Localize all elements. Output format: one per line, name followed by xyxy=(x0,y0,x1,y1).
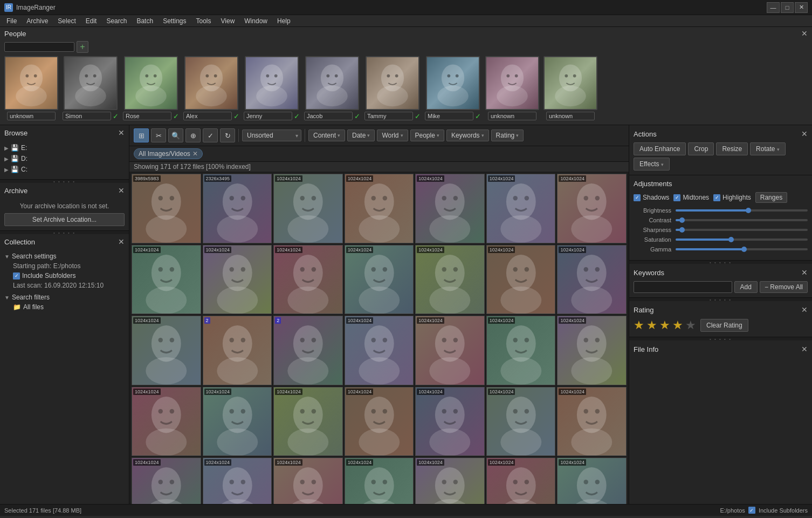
auto-enhance-button[interactable]: Auto Enhance xyxy=(634,142,686,155)
face-label-select-8[interactable]: unknown xyxy=(488,112,536,120)
face-item-6[interactable]: Tammy✓ xyxy=(364,56,421,120)
grid-item-0[interactable]: 3989x5983 xyxy=(132,174,201,243)
star-1[interactable]: ★ xyxy=(634,318,644,332)
search-settings-item[interactable]: ▼ Search settings xyxy=(4,251,125,261)
star-5[interactable]: ★ xyxy=(685,318,696,332)
grid-item-31[interactable]: 1024x1024 xyxy=(345,458,414,504)
contrast-track[interactable] xyxy=(676,219,808,221)
menu-item-file[interactable]: File xyxy=(2,16,21,26)
include-subfolders-item[interactable]: ✓ Include Subfolders xyxy=(13,271,125,281)
search-filters-item[interactable]: ▼ Search filters xyxy=(4,292,125,302)
grid-item-10[interactable]: 1024x1024 xyxy=(345,245,414,315)
face-label-select-2[interactable]: Rose xyxy=(123,112,171,120)
gamma-track[interactable] xyxy=(676,248,808,250)
face-label-select-6[interactable]: Tammy xyxy=(364,112,413,120)
date-filter-button[interactable]: Date ▾ xyxy=(347,130,375,141)
crop-button[interactable]: Crop xyxy=(688,142,714,155)
grid-item-24[interactable]: 1024x1024 xyxy=(345,387,414,456)
effects-button[interactable]: Effects ▾ xyxy=(634,158,670,171)
collection-close-button[interactable]: ✕ xyxy=(118,237,125,246)
grid-item-15[interactable]: 2 xyxy=(203,316,272,385)
grid-item-30[interactable]: 1024x1024 xyxy=(273,458,343,504)
menu-item-search[interactable]: Search xyxy=(102,16,131,26)
grid-item-18[interactable]: 1024x1024 xyxy=(415,316,485,385)
grid-item-27[interactable]: 1024x1024 xyxy=(557,387,627,456)
include-subfolders-checkbox[interactable]: ✓ xyxy=(13,272,20,280)
face-item-7[interactable]: Mike✓ xyxy=(425,56,481,120)
world-filter-button[interactable]: World ▾ xyxy=(377,130,408,141)
grid-item-21[interactable]: 1024x1024 xyxy=(132,387,201,456)
grid-item-23[interactable]: 1024x1024 xyxy=(273,387,343,456)
people-close-button[interactable]: ✕ xyxy=(801,29,808,38)
grid-item-8[interactable]: 1024x1024 xyxy=(203,245,272,315)
highlights-checkbox[interactable]: ✓ xyxy=(713,194,720,201)
star-3[interactable]: ★ xyxy=(659,318,670,332)
menu-item-view[interactable]: View xyxy=(217,16,239,26)
shadows-label[interactable]: ✓ Shadows xyxy=(634,194,669,201)
face-label-select-9[interactable]: unknown xyxy=(546,112,595,120)
menu-item-select[interactable]: Select xyxy=(53,16,80,26)
face-label-select-3[interactable]: Alex xyxy=(183,112,232,120)
grid-item-5[interactable]: 1024x1024 xyxy=(486,174,556,243)
filter-tag-close[interactable]: ✕ xyxy=(192,150,198,158)
drive-item-e[interactable]: ▶ 💾 E: xyxy=(4,142,125,153)
drive-item-c[interactable]: ▶ 💾 C: xyxy=(4,164,125,175)
refresh-button[interactable]: ↻ xyxy=(220,128,235,142)
face-item-1[interactable]: Simon✓ xyxy=(63,56,119,120)
saturation-thumb[interactable] xyxy=(728,237,734,242)
grid-item-19[interactable]: 1024x1024 xyxy=(486,316,556,385)
zoom-in-button[interactable]: ⊕ xyxy=(185,128,201,142)
grid-item-33[interactable]: 1024x1024 xyxy=(486,458,556,504)
grid-item-16[interactable]: 2 xyxy=(273,316,343,385)
selection-button[interactable]: ✂ xyxy=(151,128,166,142)
people-add-button[interactable]: + xyxy=(77,41,88,53)
sharpness-track[interactable] xyxy=(676,229,808,231)
shadows-checkbox[interactable]: ✓ xyxy=(634,194,641,201)
rotate-button[interactable]: Rotate ▾ xyxy=(750,142,786,155)
menu-item-batch[interactable]: Batch xyxy=(132,16,157,26)
brightness-track[interactable] xyxy=(676,209,808,212)
face-item-9[interactable]: unknown xyxy=(543,56,597,120)
brightness-thumb[interactable] xyxy=(746,208,751,213)
face-label-select-5[interactable]: Jacob xyxy=(304,112,353,120)
keywords-input[interactable] xyxy=(634,281,732,293)
close-button[interactable]: ✕ xyxy=(795,2,808,13)
grid-view-button[interactable]: ⊞ xyxy=(134,128,149,142)
zoom-out-button[interactable]: 🔍 xyxy=(168,128,183,142)
menu-item-window[interactable]: Window xyxy=(240,16,272,26)
image-grid-container[interactable]: 3989x5983 2326x3495 1024x1024 1024x1024 … xyxy=(129,172,629,504)
grid-item-20[interactable]: 1024x1024 xyxy=(557,316,627,385)
face-item-8[interactable]: unknown xyxy=(485,56,539,120)
face-label-select-1[interactable]: Simon xyxy=(63,112,111,120)
face-label-select-7[interactable]: Mike xyxy=(425,112,473,120)
collection-header[interactable]: Collection ✕ xyxy=(0,234,129,249)
menu-item-settings[interactable]: Settings xyxy=(159,16,190,26)
grid-item-22[interactable]: 1024x1024 xyxy=(203,387,272,456)
sort-dropdown[interactable]: UnsortedBy NameBy DateBy SizeBy Rating xyxy=(242,130,301,141)
star-4[interactable]: ★ xyxy=(672,318,683,332)
gamma-thumb[interactable] xyxy=(741,247,747,252)
archive-close-button[interactable]: ✕ xyxy=(118,186,125,195)
grid-item-28[interactable]: 1024x1024 xyxy=(132,458,201,504)
grid-item-26[interactable]: 1024x1024 xyxy=(486,387,556,456)
menu-item-archive[interactable]: Archive xyxy=(22,16,52,26)
grid-item-13[interactable]: 1024x1024 xyxy=(557,245,627,315)
resize-button[interactable]: Resize xyxy=(716,142,748,155)
grid-item-4[interactable]: 1024x1024 xyxy=(415,174,485,243)
actions-close-button[interactable]: ✕ xyxy=(801,130,808,138)
grid-item-7[interactable]: 1024x1024 xyxy=(132,245,201,315)
content-filter-button[interactable]: Content ▾ xyxy=(308,130,345,141)
contrast-thumb[interactable] xyxy=(679,217,685,223)
grid-item-11[interactable]: 1024x1024 xyxy=(415,245,485,315)
grid-item-9[interactable]: 1024x1024 xyxy=(273,245,343,315)
archive-header[interactable]: Archive ✕ xyxy=(0,183,129,198)
face-item-3[interactable]: Alex✓ xyxy=(183,56,239,120)
grid-item-29[interactable]: 1024x1024 xyxy=(203,458,272,504)
keywords-remove-button[interactable]: − Remove All xyxy=(760,281,808,293)
grid-item-3[interactable]: 1024x1024 xyxy=(345,174,414,243)
grid-item-6[interactable]: 1024x1024 xyxy=(557,174,627,243)
set-archive-button[interactable]: Set Archive Location... xyxy=(4,213,125,226)
ranges-button[interactable]: Ranges xyxy=(755,192,787,203)
face-item-0[interactable]: unknown xyxy=(4,56,58,120)
menu-item-tools[interactable]: Tools xyxy=(191,16,215,26)
